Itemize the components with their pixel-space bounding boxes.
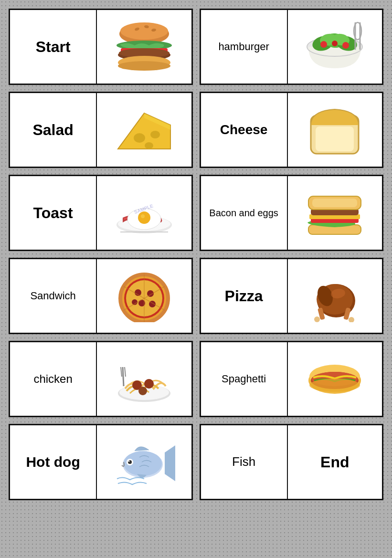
card-salad-image bbox=[97, 93, 191, 167]
card-pizza: Pizza bbox=[200, 258, 384, 334]
svg-point-75 bbox=[144, 379, 154, 389]
card-hotdog-image bbox=[97, 425, 191, 499]
card-spaghetti-label: Spaghetti bbox=[201, 342, 288, 416]
pizza-icon bbox=[113, 270, 175, 322]
card-toast: Toast SAMPLE bbox=[9, 175, 193, 251]
svg-marker-24 bbox=[118, 113, 170, 149]
svg-point-19 bbox=[342, 42, 349, 49]
svg-point-1 bbox=[120, 22, 168, 40]
svg-point-26 bbox=[134, 133, 145, 143]
card-fish-end: Fish End bbox=[200, 424, 384, 500]
card-hamburger-label: hamburger bbox=[201, 10, 288, 84]
svg-marker-86 bbox=[165, 445, 175, 481]
cheese-icon bbox=[113, 104, 175, 156]
card-start: Start bbox=[9, 9, 193, 85]
chicken-icon bbox=[304, 270, 366, 322]
card-bacon-eggs-label: Bacon and eggs bbox=[201, 176, 288, 250]
svg-point-10 bbox=[118, 61, 170, 71]
card-pizza-label: Pizza bbox=[201, 259, 288, 333]
svg-line-76 bbox=[123, 367, 124, 386]
svg-line-77 bbox=[121, 367, 122, 377]
svg-line-78 bbox=[125, 367, 126, 377]
bacon-eggs-icon: SAMPLE bbox=[113, 187, 175, 239]
svg-point-83 bbox=[309, 379, 360, 392]
card-end-label: End bbox=[320, 453, 349, 471]
card-start-label: Start bbox=[10, 10, 97, 84]
card-sandwich-label: Sandwich bbox=[10, 259, 97, 333]
card-end-label-container: End bbox=[288, 425, 382, 499]
card-hotdog: Hot dog bbox=[9, 424, 193, 500]
svg-point-74 bbox=[132, 380, 142, 390]
salad-icon bbox=[304, 21, 366, 73]
svg-point-66 bbox=[349, 317, 354, 322]
sandwich-icon bbox=[304, 187, 366, 239]
card-sandwich-image bbox=[97, 259, 191, 333]
svg-point-65 bbox=[314, 316, 320, 322]
toast-icon bbox=[304, 104, 366, 156]
food-card-grid: Start bbox=[9, 9, 383, 500]
card-salad: Salad bbox=[9, 92, 193, 168]
spaghetti-icon bbox=[113, 353, 175, 405]
card-chicken-label: chicken bbox=[10, 342, 97, 416]
card-cheese: Cheese bbox=[200, 92, 384, 168]
card-spaghetti-image bbox=[288, 342, 382, 416]
svg-rect-32 bbox=[316, 126, 354, 151]
card-pizza-image bbox=[288, 259, 382, 333]
card-bacon-eggs: Bacon and eggs bbox=[200, 175, 384, 251]
svg-point-27 bbox=[150, 131, 160, 138]
hotdog-icon bbox=[304, 353, 366, 405]
card-chicken-image bbox=[97, 342, 191, 416]
svg-rect-47 bbox=[312, 199, 357, 207]
card-salad-label: Salad bbox=[10, 93, 97, 167]
card-start-image bbox=[97, 10, 191, 84]
card-spaghetti: Spaghetti bbox=[200, 341, 384, 417]
svg-point-20 bbox=[332, 41, 338, 46]
card-sandwich: Sandwich bbox=[9, 258, 193, 334]
card-fish-label: Fish bbox=[201, 425, 288, 499]
card-bacon-eggs-image bbox=[288, 176, 382, 250]
fish-icon bbox=[113, 436, 175, 488]
svg-point-36 bbox=[138, 211, 150, 224]
svg-point-28 bbox=[145, 142, 153, 149]
svg-point-18 bbox=[320, 41, 327, 48]
card-toast-image: SAMPLE bbox=[97, 176, 191, 250]
card-hamburger-image bbox=[288, 10, 382, 84]
card-cheese-image bbox=[288, 93, 382, 167]
hamburger-icon bbox=[113, 21, 175, 73]
card-hotdog-label: Hot dog bbox=[10, 425, 97, 499]
card-cheese-label: Cheese bbox=[201, 93, 288, 167]
card-toast-label: Toast bbox=[10, 176, 97, 250]
svg-point-37 bbox=[141, 214, 145, 218]
card-chicken: chicken bbox=[9, 341, 193, 417]
card-hamburger: hamburger bbox=[200, 9, 384, 85]
svg-point-89 bbox=[128, 461, 129, 462]
